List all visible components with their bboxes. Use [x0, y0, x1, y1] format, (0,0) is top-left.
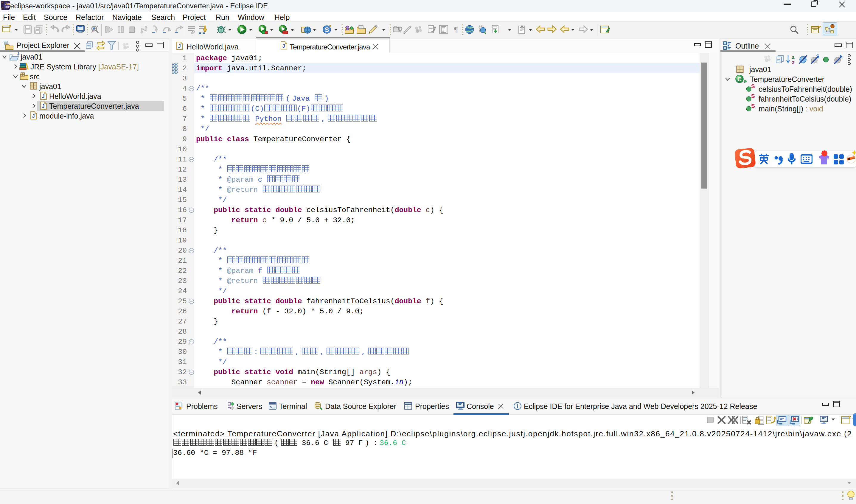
svg-text:z: z: [792, 59, 795, 65]
svg-text:EE: EE: [7, 3, 10, 5]
svg-text:C: C: [737, 76, 742, 83]
svg-text:J: J: [178, 43, 181, 49]
svg-text:*: *: [544, 25, 546, 28]
svg-text:J: J: [282, 43, 285, 49]
svg-text:*: *: [547, 25, 549, 28]
svg-text:J: J: [42, 93, 44, 99]
svg-text:J: J: [17, 52, 19, 56]
svg-text:¶: ¶: [454, 25, 458, 34]
svg-text:IDE: IDE: [5, 6, 10, 8]
svg-text:J: J: [42, 103, 44, 109]
svg-text:J: J: [32, 113, 35, 119]
svg-text:S: S: [325, 26, 329, 33]
